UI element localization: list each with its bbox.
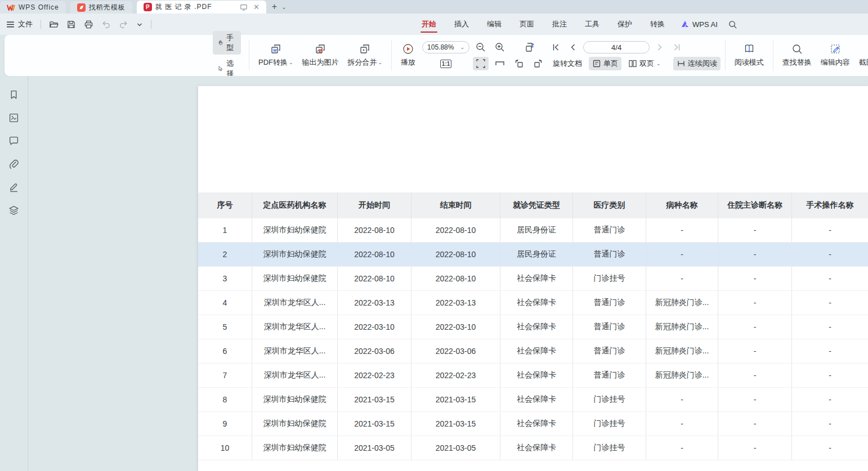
single-page-label: 单页 (603, 59, 618, 69)
new-tab-button[interactable]: + (272, 2, 277, 12)
quick-access-chevron-icon[interactable] (136, 20, 143, 29)
first-page-button[interactable] (549, 41, 563, 54)
divider (773, 41, 773, 71)
column-header: 手术操作名称 (792, 192, 868, 218)
continuous-read-button[interactable]: 连续阅读 (673, 57, 721, 70)
tab-label: 就 医 记 录 .PDF (155, 2, 212, 12)
search-icon[interactable] (728, 20, 737, 29)
table-cell: 深圳市龙华区人... (252, 339, 338, 363)
last-page-button[interactable] (670, 41, 683, 54)
undo-icon[interactable] (101, 20, 111, 29)
fit-width-button[interactable] (492, 57, 508, 70)
next-page-button[interactable] (653, 41, 666, 54)
comments-icon[interactable] (8, 136, 19, 146)
hand-tool-button[interactable]: 手型 (213, 31, 241, 55)
fit-page-button[interactable] (473, 57, 489, 70)
page-organize-button[interactable] (522, 41, 538, 54)
menu-tab-convert[interactable]: 转换 (641, 14, 674, 35)
file-menu-button[interactable]: 文件 (6, 19, 33, 29)
print-icon[interactable] (84, 20, 93, 29)
attachments-icon[interactable] (8, 159, 19, 169)
save-icon[interactable] (66, 20, 76, 29)
table-cell: 2 (198, 243, 252, 266)
play-button[interactable]: 播放 (396, 41, 420, 70)
open-folder-icon[interactable] (49, 20, 59, 29)
redo-icon[interactable] (119, 20, 128, 29)
menu-tab-home[interactable]: 开始 (413, 14, 445, 35)
menu-tab-protect[interactable]: 保护 (609, 14, 641, 35)
wps-logo-icon (7, 3, 15, 12)
menu-tab-edit[interactable]: 编辑 (478, 14, 511, 35)
table-cell: 社会保障卡 (500, 412, 573, 436)
actual-size-button[interactable]: 1:1 (422, 59, 469, 69)
tab-docer-templates[interactable]: 找稻壳模板 (70, 1, 132, 14)
edit-content-button[interactable]: 编辑内容 (816, 41, 854, 70)
table-cell: - (646, 436, 718, 460)
table-cell: 门诊挂号 (573, 388, 646, 411)
thumbnails-icon[interactable] (8, 113, 19, 123)
tab-wps-office[interactable]: WPS Office (0, 1, 66, 14)
rotate-document-button[interactable]: 旋转文档 (549, 57, 585, 70)
previous-page-icon (569, 42, 578, 53)
edit-content-icon (830, 43, 841, 55)
table-cell: 2022-03-13 (338, 291, 411, 315)
read-mode-button[interactable]: 阅读模式 (730, 41, 768, 70)
table-row: 4深圳市龙华区人...2022-03-132022-03-13社会保障卡普通门诊… (198, 291, 868, 315)
table-cell: - (718, 243, 792, 266)
export-image-button[interactable]: 输出为图片 (298, 41, 343, 70)
zoom-out-button[interactable] (473, 41, 489, 54)
double-page-button[interactable]: 双页 ⌄ (625, 57, 664, 70)
table-cell: 社会保障卡 (500, 315, 573, 339)
table-cell: 新冠肺炎门诊... (646, 364, 718, 387)
menu-tab-comment[interactable]: 批注 (543, 14, 576, 35)
layers-icon[interactable] (8, 205, 19, 216)
ribbon-tabs: 开始 插入 编辑 页面 批注 工具 保护 转换 WPS AI (413, 14, 737, 35)
menu-tab-tools[interactable]: 工具 (576, 14, 609, 35)
tab-document-pdf[interactable]: P 就 医 记 录 .PDF ✕ (137, 1, 266, 14)
table-cell: 深圳市妇幼保健院 (252, 412, 338, 436)
close-tab-icon[interactable]: ✕ (253, 3, 259, 11)
wps-ai-button[interactable]: WPS AI (674, 20, 724, 29)
rotate-left-button[interactable] (511, 57, 527, 70)
table-cell: - (792, 218, 868, 242)
table-cell: - (646, 243, 718, 266)
rotate-right-button[interactable] (530, 57, 546, 70)
tab-list-chevron-icon[interactable]: ⌄ (281, 4, 286, 10)
table-cell: 2021-03-05 (411, 436, 500, 460)
menu-tab-page[interactable]: 页面 (511, 14, 543, 35)
table-cell: 2021-03-15 (411, 412, 500, 436)
table-cell: 门诊挂号 (573, 267, 646, 290)
table-cell: - (792, 315, 868, 339)
table-cell: 深圳市龙华区人... (252, 315, 338, 339)
page-indicator-input[interactable]: 4/4 (583, 41, 650, 53)
screenshot-compare-button[interactable]: 截图对比 (854, 41, 868, 70)
medical-table-body: 1深圳市妇幼保健院2022-08-102022-08-10居民身份证普通门诊--… (198, 218, 868, 460)
hamburger-icon (6, 20, 15, 29)
medical-records-table: 序号定点医药机构名称开始时间结束时间就诊凭证类型医疗类别病种名称住院主诊断名称手… (198, 192, 868, 460)
table-cell: 深圳市妇幼保健院 (252, 436, 338, 460)
pdf-convert-button[interactable]: W PDF转换⌄ (254, 41, 298, 70)
find-replace-button[interactable]: 查找替换 (778, 41, 816, 70)
pdf-file-icon: P (144, 3, 152, 11)
edit-content-label: 编辑内容 (821, 57, 850, 68)
previous-page-button[interactable] (566, 41, 580, 54)
signature-icon[interactable] (8, 182, 19, 192)
docer-icon (77, 3, 86, 12)
present-monitor-icon[interactable] (240, 3, 248, 11)
single-page-button[interactable]: 单页 (589, 57, 621, 70)
table-cell: 门诊挂号 (573, 436, 646, 460)
table-row: 3深圳市妇幼保健院2022-08-102022-08-10社会保障卡门诊挂号--… (198, 267, 868, 291)
zoom-in-button[interactable] (492, 41, 508, 54)
split-merge-button[interactable]: 拆分合并⌄ (343, 41, 387, 70)
table-cell: 4 (198, 291, 252, 315)
divider (249, 41, 249, 71)
window-tab-bar: WPS Office 找稻壳模板 P 就 医 记 录 .PDF ✕ + ⌄ (0, 0, 868, 14)
table-cell: 2022-03-10 (338, 315, 411, 339)
menu-tab-insert[interactable]: 插入 (445, 14, 478, 35)
zoom-level-select[interactable]: 105.88% ⌄ (422, 41, 469, 53)
menu-bar: 文件 开始 插入 编辑 页面 批注 工具 保护 转换 WPS AI (0, 14, 868, 35)
chevron-down-icon: ⌄ (656, 61, 661, 66)
bookmark-icon[interactable] (8, 89, 19, 100)
column-header: 就诊凭证类型 (500, 192, 573, 218)
table-cell: 深圳市龙华区人... (252, 291, 338, 315)
